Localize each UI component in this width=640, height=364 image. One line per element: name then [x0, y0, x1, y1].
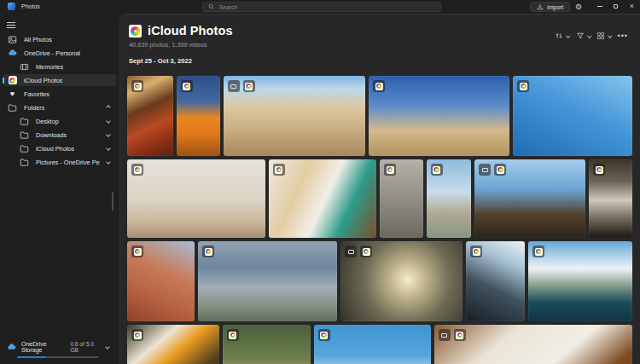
memories-icon	[20, 62, 29, 72]
storage-label: OneDrive Storage	[21, 341, 65, 353]
search-input[interactable]	[219, 4, 435, 10]
folder-icon	[20, 117, 29, 126]
badge-group	[228, 80, 255, 92]
hamburger-menu-button[interactable]	[7, 19, 26, 31]
photo-desert-rocks-hiker[interactable]	[224, 76, 365, 156]
photo-louvre-pyramid-arch[interactable]	[589, 159, 632, 238]
icloud-badge-icon	[318, 329, 330, 341]
sidebar-item-all-photos[interactable]: All Photos	[3, 33, 116, 45]
photo-clouds-over-beach[interactable]	[314, 325, 431, 364]
photos-app-window: Photos Import ⚙ × All Photos	[0, 0, 640, 364]
storage-usage: 0.8 of 5.0 GB	[70, 341, 101, 353]
search-box[interactable]	[202, 2, 441, 12]
sidebar-item-memories[interactable]: Memories	[3, 61, 116, 72]
sidebar-nav: All Photos OneDrive - Personal Memories	[0, 33, 119, 170]
folder-icon	[20, 158, 29, 167]
sort-button[interactable]	[555, 32, 570, 40]
sidebar-item-label: OneDrive - Personal	[24, 49, 80, 57]
motion-badge-icon	[439, 329, 451, 341]
photo-egg-rice-bowl[interactable]	[127, 325, 219, 364]
close-icon: ×	[630, 3, 634, 10]
badge-group	[517, 80, 529, 92]
photo-sky-swing-tower[interactable]	[513, 76, 632, 156]
photo-breakfast-bowls[interactable]	[127, 76, 173, 156]
settings-gear-icon[interactable]: ⚙	[571, 0, 586, 14]
chevron-down-icon	[566, 34, 570, 38]
heart-icon: ♥	[8, 90, 17, 99]
maximize-button[interactable]	[608, 0, 624, 13]
photo-joshua-tree-desert[interactable]	[369, 76, 509, 156]
badge-group	[431, 164, 443, 176]
sidebar-scrollbar-thumb[interactable]	[112, 192, 113, 211]
onedrive-cloud-icon	[8, 49, 17, 58]
main-content: iCloud Photos 40,639 photos, 1,399 video…	[119, 14, 640, 364]
photo-eiffel-tower-arch[interactable]	[474, 159, 585, 238]
icloud-badge-icon	[227, 329, 239, 341]
photo-red-rock-hiker[interactable]	[127, 241, 195, 321]
photo-row	[127, 76, 632, 156]
photo-dog-on-chair[interactable]	[127, 159, 265, 238]
photo-row	[127, 325, 632, 364]
sidebar-item-onedrive-personal[interactable]: OneDrive - Personal	[3, 47, 116, 59]
view-options-button[interactable]	[596, 32, 612, 40]
import-button-label: Import	[547, 4, 563, 10]
photo-row	[127, 241, 632, 321]
photo-forest-sunburst[interactable]	[340, 241, 463, 321]
sidebar-item-folders[interactable]: Folders	[3, 101, 116, 113]
storage-progress-bar	[17, 356, 99, 359]
photo-shaggy-dog-forest[interactable]	[223, 325, 311, 364]
badge-group	[532, 246, 544, 257]
photo-lake-city-clouds[interactable]	[528, 241, 632, 321]
icloud-badge-icon	[131, 164, 143, 176]
icloud-badge-icon	[202, 246, 214, 257]
app-identity: Photos	[8, 3, 40, 10]
close-button[interactable]: ×	[624, 0, 640, 13]
chevron-down-icon	[587, 34, 591, 38]
sidebar-item-label: Memories	[36, 63, 63, 71]
photo-pastry-and-latte[interactable]	[269, 159, 376, 238]
photo-grilled-orange-plate[interactable]	[434, 325, 632, 364]
sidebar-item-label: Downloads	[36, 131, 67, 139]
filter-icon	[576, 32, 585, 40]
photo-puppy-on-street[interactable]	[380, 159, 423, 238]
icloud-badge-icon	[494, 164, 506, 176]
icloud-badge-icon	[470, 246, 482, 257]
sidebar-item-icloud-photos-folder[interactable]: iCloud Photos	[3, 142, 116, 154]
badge-group	[273, 164, 285, 176]
icloud-badge-icon	[243, 80, 255, 92]
sidebar-item-downloads[interactable]: Downloads	[3, 129, 116, 141]
sidebar-item-desktop[interactable]: Desktop	[3, 115, 116, 127]
window-controls: ×	[591, 0, 640, 13]
sort-icon	[555, 32, 563, 40]
filter-button[interactable]	[576, 32, 591, 40]
badge-group	[131, 246, 143, 257]
badge-group	[345, 246, 372, 257]
maximize-icon	[614, 4, 618, 9]
minimize-button[interactable]	[591, 0, 608, 13]
icloud-badge-icon	[517, 80, 529, 92]
photo-city-skyline-mountains[interactable]	[198, 241, 337, 321]
more-options-button[interactable]: •••	[618, 32, 628, 40]
photo-beach-bicycles[interactable]	[427, 159, 472, 238]
sidebar-item-pictures-onedrive[interactable]: Pictures - OneDrive Personal	[3, 156, 116, 168]
badge-group	[181, 80, 193, 92]
sidebar-item-favorites[interactable]: ♥ Favorites	[3, 88, 116, 100]
chevron-down-icon	[608, 34, 612, 38]
sidebar-item-label: iCloud Photos	[24, 77, 62, 84]
sidebar-item-icloud-photos[interactable]: iCloud Photos	[3, 74, 116, 86]
photo-orange-sun-mural[interactable]	[177, 76, 220, 156]
motion-badge-icon	[228, 80, 240, 92]
library-counts: 40,639 photos, 1,399 videos	[129, 41, 207, 49]
minimize-icon	[597, 6, 602, 7]
titlebar: Photos Import ⚙ ×	[0, 0, 640, 14]
photo-row	[127, 159, 632, 238]
onedrive-storage-panel[interactable]: OneDrive Storage 0.8 of 5.0 GB	[0, 341, 119, 359]
badge-group	[384, 164, 396, 176]
sidebar-item-label: Favorites	[24, 90, 49, 98]
sidebar-item-label: Folders	[24, 104, 44, 112]
folder-icon	[8, 103, 17, 113]
import-button[interactable]: Import	[530, 2, 570, 12]
photo-lake-sun-reflection[interactable]	[466, 241, 525, 321]
app-title: Photos	[21, 3, 40, 9]
badge-group	[373, 80, 385, 92]
